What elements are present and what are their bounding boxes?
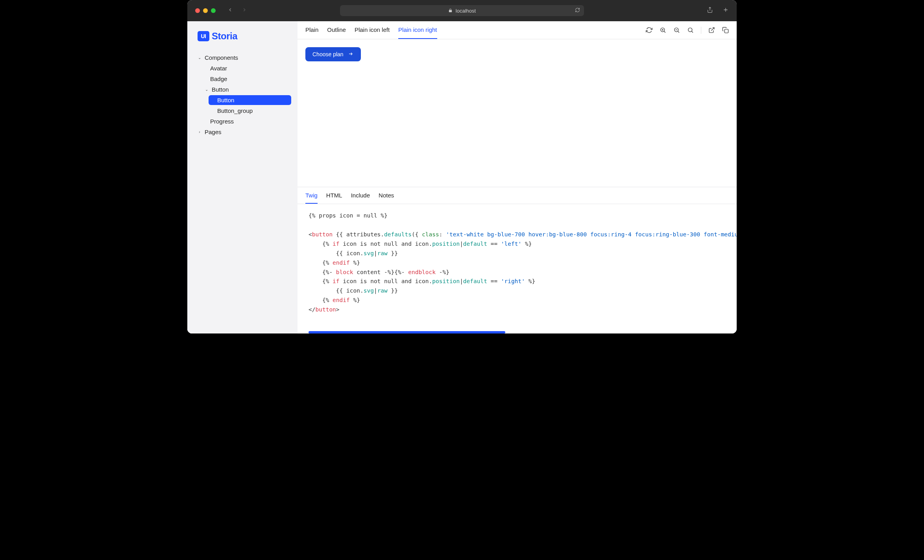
code-text: 'text-white bg-blue-700 hover:bg-blue-80…	[446, 231, 737, 238]
choose-plan-button[interactable]: Choose plan	[305, 47, 361, 61]
code-text: :	[439, 231, 446, 238]
sidebar-item-components[interactable]: ⌄ Components	[194, 53, 291, 63]
code-text: <	[309, 231, 312, 238]
reload-icon[interactable]	[575, 7, 580, 14]
tab-outline[interactable]: Outline	[327, 21, 346, 39]
code-text: defaults	[384, 231, 412, 238]
code-text: content -%}{%-	[353, 269, 408, 275]
code-text: {{ icon.	[309, 250, 364, 256]
code-text: {{ attributes.	[333, 231, 384, 238]
logo-mark: UI	[198, 31, 209, 41]
browser-window: localhost UI Storia ⌄ Compone	[187, 0, 737, 333]
preview-canvas: Choose plan	[298, 39, 737, 187]
code-text: }}	[388, 287, 398, 294]
code-text: |	[460, 278, 463, 284]
address-bar[interactable]: localhost	[340, 5, 584, 16]
maximize-window-button[interactable]	[211, 8, 216, 13]
minimize-window-button[interactable]	[203, 8, 208, 13]
code-text: block	[336, 269, 353, 275]
code-text: position	[432, 278, 460, 284]
back-button[interactable]	[227, 7, 233, 14]
svg-line-4	[664, 31, 665, 33]
code-tab-html[interactable]: HTML	[326, 187, 342, 204]
code-text: |	[374, 287, 377, 294]
code-text: button	[312, 231, 333, 238]
nav-arrows	[227, 7, 247, 14]
code-tabs-bar: Twig HTML Include Notes	[298, 187, 737, 204]
code-text: ==	[487, 278, 501, 284]
sidebar-label: Button	[212, 86, 229, 93]
sidebar-tree: ⌄ Components Avatar Badge ⌄ Button Butto…	[194, 53, 291, 137]
code-text: 'right'	[501, 278, 525, 284]
code-text: if	[333, 278, 339, 284]
code-text: {%	[309, 241, 333, 247]
sidebar-item-badge[interactable]: Badge	[194, 74, 291, 84]
refresh-icon[interactable]	[646, 27, 652, 33]
sidebar-label: Badge	[210, 76, 227, 82]
code-tab-notes[interactable]: Notes	[379, 187, 394, 204]
code-text: icon is not null and icon.	[340, 278, 432, 284]
copy-icon[interactable]	[722, 27, 729, 33]
sidebar: UI Storia ⌄ Components Avatar Badge ⌄ Bu…	[187, 21, 298, 333]
code-text: >	[336, 306, 340, 313]
code-text: {%	[309, 297, 333, 303]
code-text: endif	[333, 297, 350, 303]
new-tab-icon[interactable]	[723, 7, 729, 15]
tab-plain[interactable]: Plain	[305, 21, 318, 39]
code-tab-twig[interactable]: Twig	[305, 187, 318, 204]
toolbar-divider	[701, 27, 701, 34]
tab-plain-icon-right[interactable]: Plain icon right	[398, 21, 437, 39]
code-text: {%	[309, 260, 333, 266]
sidebar-label: Button	[217, 97, 234, 103]
code-text: raw	[377, 250, 388, 256]
code-text: {%-	[309, 269, 336, 275]
code-text: endblock	[408, 269, 436, 275]
sidebar-label: Button_group	[217, 107, 253, 114]
story-tabs: Plain Outline Plain icon left Plain icon…	[305, 21, 437, 39]
code-text: -%}	[436, 269, 449, 275]
code-text: ({	[412, 231, 422, 238]
sidebar-item-progress[interactable]: Progress	[194, 116, 291, 126]
svg-point-10	[688, 28, 692, 32]
sidebar-label: Pages	[205, 129, 222, 135]
sidebar-item-pages[interactable]: › Pages	[194, 127, 291, 137]
code-text: ==	[487, 241, 501, 247]
window-controls	[195, 8, 216, 13]
chevron-down-icon: ⌄	[197, 55, 202, 60]
code-text: position	[432, 241, 460, 247]
svg-line-12	[711, 28, 714, 31]
chevron-right-icon: ›	[197, 130, 202, 134]
url-text: localhost	[456, 8, 476, 14]
code-tab-include[interactable]: Include	[351, 187, 370, 204]
zoom-in-icon[interactable]	[660, 27, 666, 33]
svg-line-8	[678, 31, 679, 33]
close-window-button[interactable]	[195, 8, 200, 13]
logo-text: Storia	[212, 31, 237, 42]
zoom-reset-icon[interactable]	[687, 27, 694, 33]
code-text: button	[315, 306, 336, 313]
zoom-out-icon[interactable]	[673, 27, 680, 33]
sidebar-item-button[interactable]: Button	[209, 95, 291, 105]
code-text: %}	[525, 278, 535, 284]
story-tabs-bar: Plain Outline Plain icon left Plain icon…	[298, 21, 737, 39]
code-text: %}	[521, 241, 532, 247]
code-text: svg	[364, 250, 374, 256]
sidebar-item-avatar[interactable]: Avatar	[194, 63, 291, 73]
sidebar-item-button-group[interactable]: Button_group	[194, 106, 291, 116]
share-icon[interactable]	[707, 7, 713, 15]
code-panel[interactable]: {% props icon = null %} <button {{ attri…	[298, 204, 737, 333]
sidebar-label: Avatar	[210, 65, 227, 72]
open-external-icon[interactable]	[708, 27, 715, 33]
svg-rect-13	[724, 29, 728, 33]
code-text: 'left'	[501, 241, 521, 247]
browser-titlebar: localhost	[187, 0, 737, 21]
titlebar-right-actions	[707, 7, 729, 15]
forward-button[interactable]	[242, 7, 247, 14]
sidebar-label: Progress	[210, 118, 234, 125]
tab-plain-icon-left[interactable]: Plain icon left	[355, 21, 390, 39]
horizontal-scrollbar[interactable]	[309, 331, 505, 333]
code-text: }}	[388, 250, 398, 256]
code-text: default	[463, 278, 487, 284]
chevron-down-icon: ⌄	[204, 87, 209, 92]
sidebar-item-button-folder[interactable]: ⌄ Button	[194, 85, 291, 94]
